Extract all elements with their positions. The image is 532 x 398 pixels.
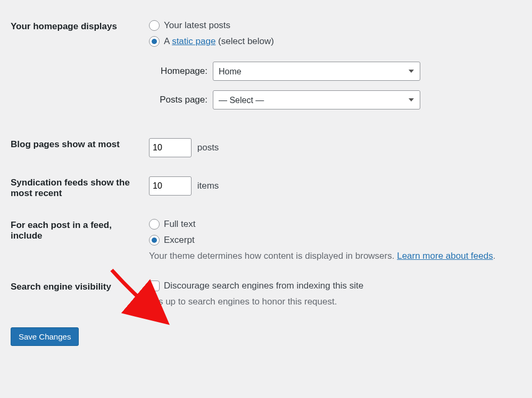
radio-latest-posts[interactable]	[149, 20, 160, 31]
homepage-select-label: Homepage:	[149, 66, 213, 77]
postspage-select-label: Posts page:	[149, 95, 213, 105]
radio-static-page-label: A static page (select below)	[164, 36, 274, 47]
static-page-link[interactable]: static page	[172, 36, 215, 46]
blog-pages-unit: posts	[197, 142, 219, 153]
syndication-unit: items	[197, 181, 219, 191]
save-changes-button[interactable]: Save Changes	[11, 327, 79, 346]
radio-latest-posts-label: Your latest posts	[164, 20, 230, 31]
radio-static-page[interactable]	[149, 36, 160, 47]
radio-excerpt-label: Excerpt	[164, 235, 195, 245]
homepage-displays-label: Your homepage displays	[11, 11, 149, 129]
feed-description: Your theme determines how content is dis…	[149, 251, 521, 261]
postspage-select[interactable]: — Select —	[213, 90, 420, 109]
feed-content-label: For each post in a feed, include	[11, 209, 149, 271]
discourage-search-checkbox[interactable]	[149, 281, 160, 291]
settings-form-table: Your homepage displays Your latest posts…	[11, 11, 521, 317]
radio-full-text-label: Full text	[164, 219, 196, 230]
radio-excerpt[interactable]	[149, 235, 160, 245]
blog-pages-input[interactable]	[149, 138, 192, 157]
radio-full-text[interactable]	[149, 219, 160, 230]
discourage-search-label: Discourage search engines from indexing …	[164, 281, 363, 291]
homepage-select[interactable]: Home	[213, 62, 420, 81]
search-visibility-label: Search engine visibility	[11, 271, 149, 317]
blog-pages-label: Blog pages show at most	[11, 129, 149, 167]
search-visibility-desc: It is up to search engines to honor this…	[149, 297, 521, 307]
syndication-input[interactable]	[149, 176, 192, 196]
syndication-label: Syndication feeds show the most recent	[11, 167, 149, 209]
learn-more-feeds-link[interactable]: Learn more about feeds	[397, 251, 493, 261]
